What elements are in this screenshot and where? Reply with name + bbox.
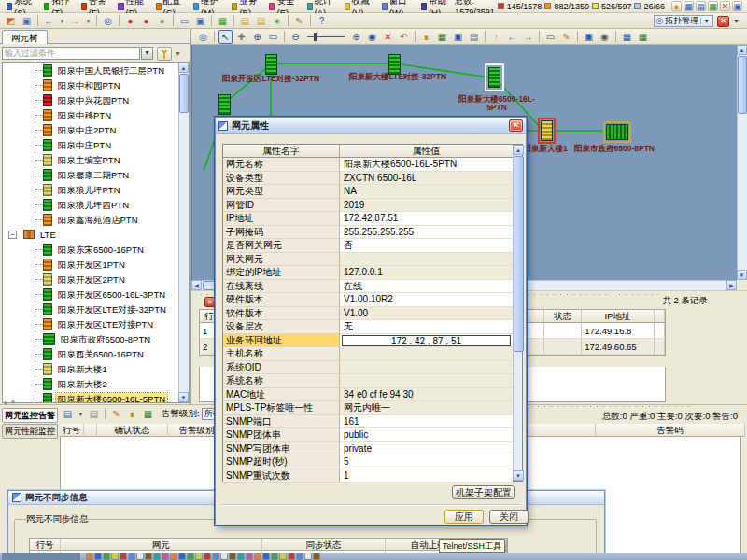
toolbar-icon[interactable]: ◎ <box>101 14 115 28</box>
tab-ne-monitor-alarm[interactable]: 网元监控告警 <box>2 408 58 423</box>
tree-group-lte[interactable]: −LTE <box>3 227 179 242</box>
property-row[interactable]: 网关网元 <box>223 253 513 267</box>
filter-dropdown-button[interactable]: ▼ <box>141 47 153 60</box>
property-row[interactable]: 网元名称阳泉新大楼6500-16L-5PTN <box>223 158 513 172</box>
tree-item[interactable]: 阳泉市政府6500-8PTN <box>3 331 179 346</box>
property-row[interactable]: 系统名称 <box>223 374 513 388</box>
tree-item[interactable]: 阳泉开发区LTE对接-32PTN <box>3 301 179 316</box>
scroll-up-button[interactable]: ▲ <box>513 145 524 155</box>
toolbar-icon[interactable]: ✚ <box>234 30 248 44</box>
loopback-address-input[interactable]: 172 . 42 . 87 . 51 <box>342 335 511 346</box>
scroll-right-button[interactable]: ▶ <box>726 280 737 290</box>
close-button[interactable]: 关闭 <box>489 510 529 524</box>
tab-ne-tree[interactable]: 网元树 <box>2 30 48 44</box>
tree-item[interactable]: 阳泉开发区2PTN <box>3 272 179 287</box>
taskbar-icon[interactable] <box>297 553 303 559</box>
taskbar-icon[interactable] <box>196 553 202 559</box>
property-row[interactable]: 子网掩码255.255.255.255 <box>223 226 513 240</box>
menu-item[interactable]: 拓扑(T) <box>40 0 78 12</box>
taskbar-icon[interactable] <box>171 553 176 559</box>
toolbar-icon[interactable]: ● <box>123 14 137 28</box>
toolbar-icon[interactable]: ◎ <box>196 30 210 44</box>
toolbar-icon[interactable]: ⊖ <box>289 30 303 44</box>
filter-funnel-button[interactable] <box>157 47 172 61</box>
menu-item[interactable]: 窗口(W) <box>378 0 417 12</box>
topology-node[interactable] <box>265 54 277 75</box>
taskbar-icon[interactable] <box>272 553 277 559</box>
toolbar-icon[interactable]: ↑ <box>489 30 503 44</box>
toolbar-icon[interactable]: ✕ <box>381 30 395 44</box>
taskbar-icon[interactable] <box>104 553 109 559</box>
taskbar-icon[interactable] <box>179 553 185 559</box>
toolbar-icon[interactable]: ✎ <box>559 30 573 44</box>
topology-node[interactable] <box>603 121 631 143</box>
property-row[interactable]: IP地址172.42.87.51 <box>223 212 513 226</box>
toolbar-icon[interactable]: ▦ <box>620 30 634 44</box>
property-row[interactable]: 业务环回地址172 . 42 . 87 . 51 <box>223 334 513 348</box>
tab-ne-performance-monitor[interactable]: 网元性能监控 <box>2 424 58 439</box>
menu-item[interactable]: 帮助(H) <box>417 0 456 12</box>
taskbar-icon[interactable] <box>112 553 118 559</box>
dialog-titlebar[interactable]: 网元属性 ✕ <box>216 118 526 134</box>
apply-button[interactable]: 应用 <box>444 510 484 524</box>
property-row[interactable]: 主机名称 <box>223 347 513 361</box>
scroll-thumb[interactable] <box>738 56 747 114</box>
menu-item[interactable]: 统计(A) <box>303 0 341 12</box>
tree-item[interactable]: 阳泉中兴花园PTN <box>3 92 179 107</box>
toolbar-icon[interactable]: ▭ <box>543 30 557 44</box>
tree-item[interactable]: 阳泉西关6500-16PTN <box>3 346 179 361</box>
menu-item[interactable]: 收藏(V) <box>341 0 378 12</box>
taskbar-icon[interactable] <box>280 553 286 559</box>
topology-node[interactable] <box>485 63 504 91</box>
property-row[interactable]: 网管ID2019 <box>223 199 513 213</box>
toolbar-icon[interactable]: ▦ <box>435 30 449 44</box>
property-row[interactable]: MPLS-TP标签唯一性网元内唯一 <box>223 401 513 415</box>
tree-item[interactable]: 阳泉开发区6500-16L-3PTN <box>3 287 179 301</box>
scroll-down-button[interactable]: ▼ <box>178 392 189 402</box>
toolbar-icon[interactable]: ⊕ <box>250 30 264 44</box>
taskbar-icon[interactable] <box>255 553 261 559</box>
tree-item[interactable]: 阳泉狼儿坪西PTN <box>3 197 179 212</box>
toolbar-icon[interactable]: ▤ <box>467 30 481 44</box>
menu-item[interactable]: 安全(E) <box>265 0 303 12</box>
toolbar-icon[interactable]: ← <box>505 30 519 44</box>
dialog-close-button[interactable]: ✕ <box>509 119 523 132</box>
scroll-up-button[interactable]: ▲ <box>737 45 747 55</box>
taskbar-icon[interactable] <box>221 553 227 559</box>
scroll-thumb[interactable] <box>514 156 524 352</box>
toolbar-icon[interactable]: ▦ <box>684 1 694 11</box>
toolbar-icon[interactable]: → <box>521 30 535 44</box>
taskbar-icon[interactable] <box>305 553 311 559</box>
menu-item[interactable]: 配置(C) <box>152 0 190 12</box>
tree-item[interactable]: 阳泉主编室PTN <box>3 152 179 167</box>
menu-item[interactable]: 业务(B) <box>228 0 265 12</box>
toolbar-icon[interactable]: ✎ <box>292 14 306 28</box>
tree-item[interactable]: 阳泉中庄PTN <box>3 137 179 152</box>
toolbar-icon[interactable]: ∎ <box>125 407 139 421</box>
taskbar-icon[interactable] <box>289 553 294 559</box>
taskbar-icon[interactable] <box>129 553 134 559</box>
toolbar-icon[interactable]: ▣ <box>582 30 596 44</box>
property-row[interactable]: SNMP端口161 <box>223 415 513 429</box>
canvas-vscrollbar[interactable]: ▲ ▼ <box>737 45 747 280</box>
scroll-down-button[interactable]: ▼ <box>737 270 747 280</box>
zoom-slider[interactable] <box>305 31 346 43</box>
toolbar-icon[interactable]: ← <box>42 14 56 28</box>
tree-item[interactable]: 阳泉新大楼1 <box>3 361 179 376</box>
property-row[interactable]: 是否网关网元否 <box>223 239 513 253</box>
rack-config-button[interactable]: 机架子架配置 <box>452 485 515 499</box>
toolbar-icon[interactable]: ◉ <box>598 30 612 44</box>
property-row[interactable]: SNMP写团体串private <box>223 442 513 456</box>
toolbar-icon[interactable]: ∎ <box>671 1 682 11</box>
toolbar-icon[interactable]: ▦ <box>216 14 230 28</box>
tree-item[interactable]: 阳泉鑫海苑酒店PTN <box>3 212 179 227</box>
toolbar-icon[interactable]: ● <box>139 14 153 28</box>
menu-item[interactable]: 维护(M) <box>190 0 228 12</box>
expander-icon[interactable]: − <box>8 231 17 239</box>
toolbar-icon[interactable]: ▾ <box>77 407 85 421</box>
toolbar-icon[interactable]: ▦ <box>708 1 718 11</box>
taskbar-icon[interactable] <box>188 553 193 559</box>
topology-node[interactable] <box>218 94 231 115</box>
tree-item[interactable]: 阳泉开发区LTE对接PTN <box>3 316 179 331</box>
toolbar-icon[interactable]: ▦ <box>141 407 155 421</box>
